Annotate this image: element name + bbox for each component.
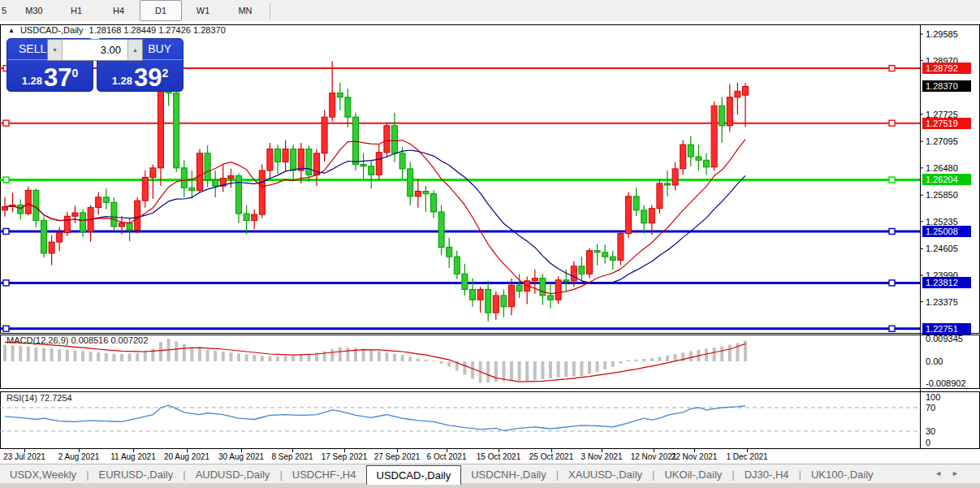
timeframe-button-m30[interactable]: M30 xyxy=(13,0,55,21)
candle-body xyxy=(438,212,444,248)
current-price-tag: 1.28370 xyxy=(922,80,971,92)
chart-tab-usdcad[interactable]: USDCAD-,Daily xyxy=(366,465,462,485)
chart-tab-eurusd[interactable]: EURUSD-,Daily xyxy=(89,466,183,484)
timeframe-button-mn[interactable]: MN xyxy=(224,0,266,21)
level-line-handle[interactable] xyxy=(3,326,9,331)
candle-body xyxy=(353,117,359,164)
macd-histogram-bar xyxy=(73,350,76,361)
candle-body xyxy=(665,184,671,185)
candle-body xyxy=(657,184,663,209)
chart-tab-ukoil[interactable]: UKOil-,Daily xyxy=(654,466,732,484)
macd-histogram-bar xyxy=(525,361,529,381)
time-axis[interactable]: 23 Jul 20212 Aug 202111 Aug 202120 Aug 2… xyxy=(0,449,920,464)
price-level-tag: 1.27519 xyxy=(922,118,971,129)
macd-histogram-bar xyxy=(378,351,381,361)
macd-histogram-bar xyxy=(159,342,162,361)
level-line-handle[interactable] xyxy=(889,280,895,286)
date-axis-label: 25 Oct 2021 xyxy=(529,452,573,461)
macd-histogram-bar xyxy=(307,354,310,361)
candle-body xyxy=(727,97,732,126)
rsi-axis-label: 70 xyxy=(926,403,935,412)
date-axis-label: 3 Nov 2021 xyxy=(581,452,622,461)
chart-tabs: USDX,Weekly|EURUSD-,Daily|AUDUSD-,Daily|… xyxy=(0,464,980,484)
price-level-tag: 1.22751 xyxy=(922,323,971,335)
candle-body xyxy=(330,93,335,117)
macd-histogram-bar xyxy=(198,348,201,361)
candle-body xyxy=(486,289,491,313)
macd-histogram-bar xyxy=(463,361,466,374)
candle-body xyxy=(41,221,47,253)
candle-body xyxy=(454,257,460,274)
tab-scroll-arrows[interactable]: ◄► xyxy=(935,469,969,477)
chart-tab-usdx[interactable]: USDX,Weekly xyxy=(0,466,86,484)
chart-tab-audusd[interactable]: AUDUSD-,Daily xyxy=(186,466,280,484)
level-line-handle[interactable] xyxy=(3,177,9,183)
chart-tab-usdchf[interactable]: USDCHF-,H4 xyxy=(283,466,366,484)
level-line-handle[interactable] xyxy=(889,66,895,71)
macd-histogram-bar xyxy=(619,361,622,364)
tab-scroll-right-icon[interactable]: ► xyxy=(952,469,969,477)
candle-body xyxy=(189,188,195,190)
price-level-tag: 1.28792 xyxy=(922,63,971,74)
macd-histogram-bar xyxy=(97,352,100,361)
chart-tab-uk100[interactable]: UK100-,Daily xyxy=(801,466,883,484)
chart-tab-dj30[interactable]: DJ30-,H4 xyxy=(735,466,799,484)
timeframe-button-d1[interactable]: D1 xyxy=(140,0,182,21)
macd-histogram-bar xyxy=(3,345,6,361)
macd-histogram-bar xyxy=(339,348,342,361)
candle-body xyxy=(236,175,242,214)
chart-tab-xauusd[interactable]: XAUUSD-,Daily xyxy=(559,466,652,484)
macd-histogram-bar xyxy=(713,348,716,361)
price-axis-tick-label: 1.29585 xyxy=(926,29,958,39)
candle-body xyxy=(587,251,593,274)
level-line-handle[interactable] xyxy=(3,120,9,126)
macd-histogram-bar xyxy=(253,355,256,361)
volume-decrease-button[interactable]: ▼ xyxy=(48,40,63,60)
candle-body xyxy=(563,280,569,282)
toolbar-separator xyxy=(270,2,270,19)
macd-histogram-bar xyxy=(362,349,365,361)
rsi-axis-label: 30 xyxy=(926,426,935,436)
candle-body xyxy=(408,169,413,196)
level-line-handle[interactable] xyxy=(3,228,9,234)
candle-body xyxy=(57,232,63,242)
candle-body xyxy=(158,88,164,168)
candle-body xyxy=(509,285,515,307)
candle-body xyxy=(306,149,312,175)
macd-histogram-bar xyxy=(447,361,451,367)
candle-body xyxy=(415,191,421,196)
chart-tab-usdcnh[interactable]: USDCNH-,Daily xyxy=(461,466,555,484)
candle-body xyxy=(649,209,654,223)
candle-body xyxy=(33,190,39,220)
tab-scroll-left-icon[interactable]: ◄ xyxy=(935,469,952,477)
timeframe-button-h1[interactable]: H1 xyxy=(55,0,97,21)
candle-body xyxy=(704,160,710,166)
macd-histogram-bar xyxy=(261,356,264,361)
volume-increase-button[interactable]: ▲ xyxy=(127,40,142,60)
level-line-handle[interactable] xyxy=(889,120,895,126)
macd-histogram-bar xyxy=(66,350,69,361)
macd-histogram-bar xyxy=(81,351,84,361)
macd-histogram-bar xyxy=(424,360,427,361)
collapse-triangle-icon[interactable]: ▲ xyxy=(8,27,15,34)
candle-body xyxy=(228,175,234,178)
candle-body xyxy=(501,296,507,307)
price-axis[interactable]: 1.295851.289701.277251.270951.264801.258… xyxy=(921,21,980,449)
macd-histogram-bar xyxy=(284,356,287,361)
candle-body xyxy=(555,280,561,300)
macd-histogram-bar xyxy=(572,361,576,377)
timeframe-button-w1[interactable]: W1 xyxy=(182,0,224,21)
buy-price: 1.28392 xyxy=(97,60,183,92)
timeframe-button-partial[interactable]: 5 xyxy=(0,0,13,21)
date-axis-label: 12 Nov 2021 xyxy=(631,452,677,461)
level-line-handle[interactable] xyxy=(889,228,895,234)
level-line-handle[interactable] xyxy=(889,326,895,331)
candle-body xyxy=(711,106,717,166)
volume-input[interactable] xyxy=(63,40,127,60)
candle-body xyxy=(25,190,31,214)
timeframe-button-h4[interactable]: H4 xyxy=(97,0,140,21)
level-line-handle[interactable] xyxy=(889,177,895,183)
level-line-handle[interactable] xyxy=(3,280,9,286)
rsi-label: RSI(14) 72.7254 xyxy=(6,393,72,403)
candle-body xyxy=(205,153,210,180)
